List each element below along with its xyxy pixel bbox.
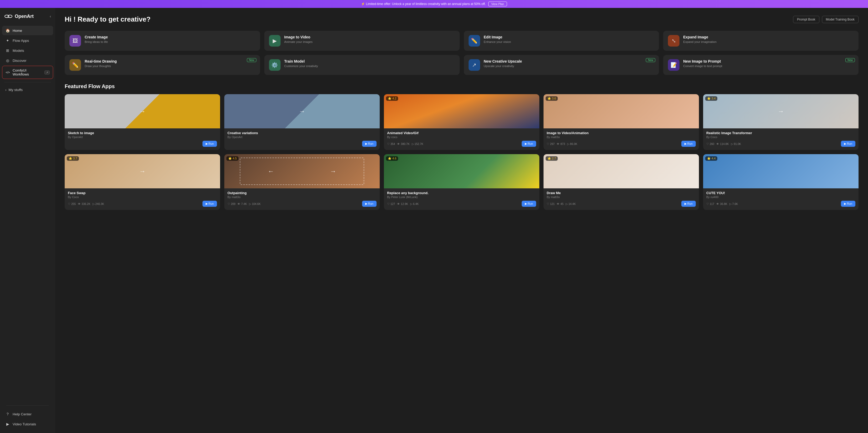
feature-desc-image-to-video: Animate your images [284,40,313,44]
flow-apps-row1: → Sketch to image By OpenArt ▶ Run → Cre… [65,94,859,150]
flow-card-author-realistic-image-transformer: By Coco [706,136,856,139]
stats-outpainting: ♡ 209 👁 7.4K ▷ 104.6K [227,202,260,205]
star-badge-image-to-video-animation: ⭐ 3.6 [546,96,558,101]
run-btn-animated-video-gif[interactable]: ▶ Run [522,141,536,147]
runs-draw-me: ▷ 14.4K [566,202,576,205]
runs-image-to-video-animation: ▷ 86.0K [567,142,577,145]
run-btn-draw-me[interactable]: ▶ Run [681,201,696,207]
hearts-draw-me: ♡ 121 [547,202,555,205]
flow-card-image-cute-you: ⭐ 4.4 [703,154,859,189]
flow-card-image-sketch-to-image: → [65,94,220,128]
hearts-image-to-video-animation: ♡ 297 [547,142,555,145]
feature-card-train-model[interactable]: ⚙️ Train Model Customize your creativity [264,55,460,75]
feature-icon-creative-upscale: ↗ [469,59,480,71]
flow-card-info-sketch-to-image: Sketch to image By OpenArt ▶ Run [65,128,220,150]
my-stuffs-item[interactable]: › My stuffs [2,86,53,94]
sidebar-item-models[interactable]: ⊞ Models [2,46,53,55]
feature-desc-edit-image: Enhance your vision [484,40,511,44]
feature-card-creative-upscale[interactable]: ↗ New Creative Upscale Upscale your crea… [464,55,659,75]
flow-card-face-swap[interactable]: ⭐ 3.7 → Face Swap By Coco ♡ 255 👁 336.2K… [65,154,220,210]
feature-card-expand-image[interactable]: ⤡ Expand Image Expand your imagination [663,31,859,51]
sidebar-item-video-label: Video Tutorials [12,422,36,426]
flow-card-info-animated-video-gif: Animated Video/Gif By coco ♡ 354 👁 380.7… [384,128,539,150]
sidebar-item-home-label: Home [12,29,22,33]
flow-card-bg-draw-me [544,154,699,189]
new-badge-creative-upscale: New [646,58,655,62]
run-btn-outpainting[interactable]: ▶ Run [362,201,376,207]
sidebar-item-discover-label: Discover [12,59,27,63]
sidebar-item-comfy-workflows[interactable]: </> ComfyUI Workflows ↗ [2,66,53,79]
model-training-book-button[interactable]: Model Training Book [822,16,859,23]
flow-card-title-outpainting: Outpainting [227,191,376,195]
flow-card-replace-background[interactable]: ⭐ 4.6 Replace any background. By Peter L… [384,154,539,210]
feature-title-train-model: Train Model [284,59,318,63]
run-btn-creative-variations[interactable]: ▶ Run [362,141,376,147]
flow-card-image-animated-video-gif: ⭐ 4.2 [384,94,539,128]
flow-card-outpainting[interactable]: ⭐ 4.5 ←→ Outpainting By matt3o ♡ 209 👁 7… [224,154,380,210]
sidebar-nav: 🏠 Home ✦ Flow Apps ⊞ Models ◎ Discover <… [0,26,55,79]
sidebar: OpenArt ‹ 🏠 Home ✦ Flow Apps ⊞ Models ◎ … [0,8,55,433]
home-icon: 🏠 [5,28,10,33]
flow-apps-icon: ✦ [5,38,10,43]
run-btn-image-to-video-animation[interactable]: ▶ Run [681,141,696,147]
feature-text-image-to-video: Image to Video Animate your images [284,35,313,44]
feature-text-image-to-prompt: New Image to Prompt Convert image to tex… [683,59,722,67]
sidebar-item-home[interactable]: 🏠 Home [2,26,53,35]
feature-text-edit-image: Edit Image Enhance your vision [484,35,511,44]
views-image-to-video-animation: 👁 873 [557,142,565,145]
feature-text-creative-upscale: New Creative Upscale Upscale your creati… [484,59,522,67]
run-btn-realistic-image-transformer[interactable]: ▶ Run [841,141,856,147]
feature-desc-create-image: Bring ideas to life [85,40,108,44]
flow-card-image-to-video-animation[interactable]: ⭐ 3.6 Image to Video/Animation By matt3o… [544,94,699,150]
feature-card-edit-image[interactable]: ✏️ Edit Image Enhance your vision [464,31,659,51]
flow-card-animated-video-gif[interactable]: ⭐ 4.2 Animated Video/Gif By coco ♡ 354 👁… [384,94,539,150]
feature-card-create-image[interactable]: 🖼 Create Image Bring ideas to life [65,31,260,51]
hearts-animated-video-gif: ♡ 354 [387,142,395,145]
feature-card-image-to-prompt[interactable]: 📝 New Image to Prompt Convert image to t… [663,55,859,75]
flow-card-bg-image-to-video-animation [544,94,699,128]
feature-card-image-to-video[interactable]: ▶ Image to Video Animate your images [264,31,460,51]
run-btn-face-swap[interactable]: ▶ Run [203,201,217,207]
run-btn-replace-background[interactable]: ▶ Run [522,201,536,207]
run-btn-cute-you[interactable]: ▶ Run [841,201,856,207]
run-btn-sketch-to-image[interactable]: ▶ Run [203,141,217,147]
sidebar-divider-1 [4,82,51,82]
feature-icon-edit-image: ✏️ [469,35,480,47]
hearts-realistic-image-transformer: ♡ 260 [706,142,714,145]
flow-card-realistic-image-transformer[interactable]: ⭐ 3.4 → Realistic Image Transformer By C… [703,94,859,150]
sidebar-item-video-tutorials[interactable]: ▶ Video Tutorials [2,419,53,429]
flow-card-author-draw-me: By matt3o [547,196,696,199]
greeting-text: Hi ! Ready to get creative? [65,15,151,23]
view-plan-link[interactable]: View Plan [488,2,507,6]
feature-title-edit-image: Edit Image [484,35,511,39]
feature-icon-create-image: 🖼 [69,35,81,47]
flow-card-draw-me[interactable]: ⭐ 2.7 Draw Me By matt3o ♡ 121 👁 45 ▷ 14.… [544,154,699,210]
flow-card-info-outpainting: Outpainting By matt3o ♡ 209 👁 7.4K ▷ 104… [224,189,380,210]
flow-card-sketch-to-image[interactable]: → Sketch to image By OpenArt ▶ Run [65,94,220,150]
hearts-replace-background: ♡ 127 [387,202,395,205]
flow-card-creative-variations[interactable]: → Creative variations By OpenArt ▶ Run [224,94,380,150]
sidebar-collapse-button[interactable]: ‹ [50,14,51,19]
flow-card-author-creative-variations: By OpenArt [227,136,376,139]
feature-card-real-time-drawing[interactable]: ✏️ Real-time Drawing Draw your thoughts … [65,55,260,75]
flow-card-cute-you[interactable]: ⭐ 4.4 CUTE YOU! By rui400 ♡ 117 👁 36.8K … [703,154,859,210]
sidebar-item-flow-apps[interactable]: ✦ Flow Apps [2,36,53,45]
star-badge-cute-you: ⭐ 4.4 [705,156,717,161]
prompt-book-button[interactable]: Prompt Book [793,16,819,23]
flow-card-info-realistic-image-transformer: Realistic Image Transformer By Coco ♡ 26… [703,128,859,150]
flow-card-author-cute-you: By rui400 [706,196,856,199]
flow-apps-row2: ⭐ 3.7 → Face Swap By Coco ♡ 255 👁 336.2K… [65,154,859,210]
flow-card-author-face-swap: By Coco [68,196,217,199]
main-content: Hi ! Ready to get creative? Prompt Book … [55,8,868,433]
feature-desc-creative-upscale: Upscale your creativity [484,64,522,67]
flow-card-bg-face-swap [65,154,220,189]
sidebar-item-help-center[interactable]: ? Help Center [2,409,53,419]
flow-card-info-image-to-video-animation: Image to Video/Animation By matt3o ♡ 297… [544,128,699,150]
stats-replace-background: ♡ 127 👁 12.9K ▷ 6.4K [387,202,418,205]
feature-title-image-to-prompt: New Image to Prompt [683,59,722,63]
flow-card-title-animated-video-gif: Animated Video/Gif [387,131,536,135]
views-cute-you: 👁 36.8K [716,202,727,205]
sidebar-item-discover[interactable]: ◎ Discover [2,56,53,65]
runs-face-swap: ▷ 240.3K [93,202,104,205]
svg-point-1 [8,15,12,18]
